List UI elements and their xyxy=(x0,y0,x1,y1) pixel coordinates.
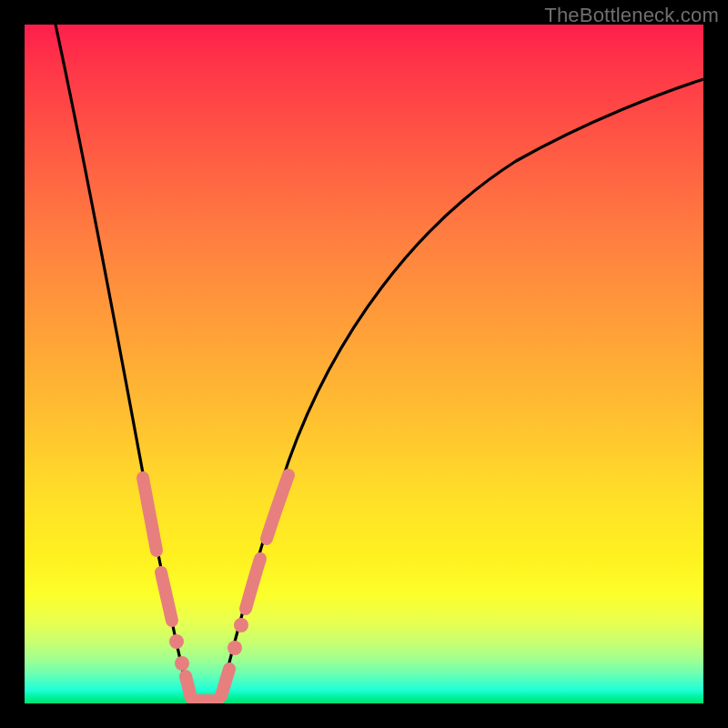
marker-left-dot-2 xyxy=(175,656,189,671)
plot-area xyxy=(25,25,703,703)
marker-left-dot-1 xyxy=(169,634,184,649)
chart-frame: TheBottleneck.com xyxy=(0,0,728,728)
marker-right-dot-1 xyxy=(228,641,242,655)
watermark-text: TheBottleneck.com xyxy=(544,4,719,27)
marker-left-3 xyxy=(186,676,191,698)
marker-right-2 xyxy=(246,559,260,609)
bottleneck-curve xyxy=(56,25,703,701)
marker-right-1 xyxy=(221,669,229,696)
marker-left-2 xyxy=(161,572,172,621)
marker-right-dot-2 xyxy=(234,618,248,632)
curve-layer xyxy=(25,25,703,703)
marker-left-1 xyxy=(143,478,157,551)
marker-right-3 xyxy=(267,475,288,539)
